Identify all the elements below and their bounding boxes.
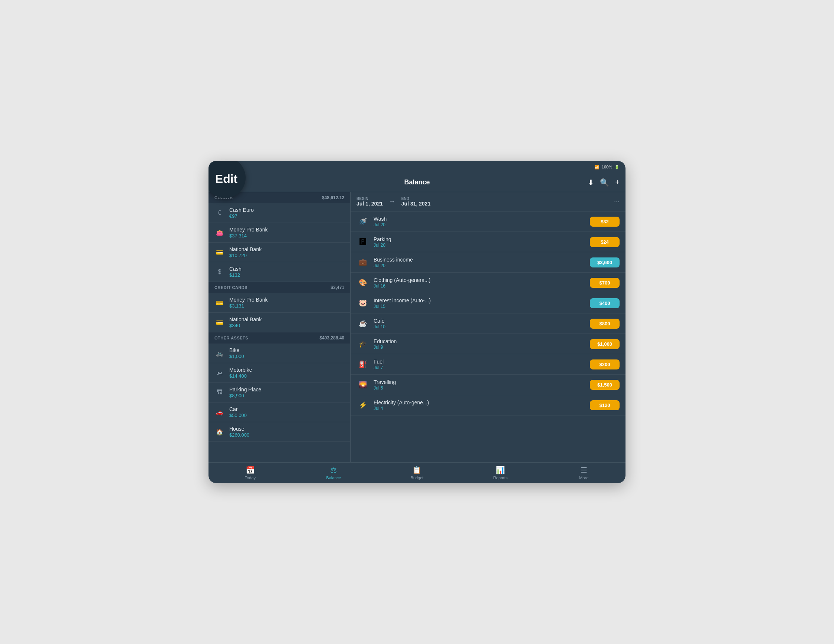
car-info: Car $50,000 xyxy=(229,406,344,418)
end-date-value: Jul 31, 2021 xyxy=(401,201,431,207)
electricity-icon: ⚡ xyxy=(357,399,369,412)
list-item[interactable]: 🚲 Bike $1,000 xyxy=(208,344,350,363)
status-bar: ' 21 📶 100% 🔋 xyxy=(208,161,626,173)
date-range-bar: Begin Jul 1, 2021 → End Jul 31, 2021 ··· xyxy=(351,192,626,211)
list-item[interactable]: 🎓EducationJul 9$1,000 xyxy=(351,334,626,354)
national-bank-info: National Bank $10,720 xyxy=(229,246,344,258)
edit-label: Edit xyxy=(215,172,238,186)
wash-date: Jul 20 xyxy=(373,222,585,228)
date-more-icon[interactable]: ··· xyxy=(614,198,619,205)
list-item[interactable]: € Cash Euro €97 xyxy=(208,203,350,223)
education-amount: $1,000 xyxy=(590,339,619,349)
add-icon[interactable]: + xyxy=(615,178,619,187)
end-label: End xyxy=(401,197,431,201)
education-name: Education xyxy=(373,338,585,344)
clothing-date: Jul 16 xyxy=(373,283,585,289)
cash-euro-balance: €97 xyxy=(229,213,344,219)
list-item[interactable]: ☕CafeJul 10$800 xyxy=(351,313,626,334)
main-content: COUNTS $48,612.12 € Cash Euro €97 👛 Mone… xyxy=(208,192,626,462)
header-title: Balance xyxy=(404,178,430,186)
list-item[interactable]: 💳 National Bank $10,720 xyxy=(208,243,350,262)
travelling-icon: 🌄 xyxy=(357,378,369,391)
education-date: Jul 9 xyxy=(373,345,585,350)
bike-info: Bike $1,000 xyxy=(229,347,344,359)
motorbike-icon: 🏍 xyxy=(215,370,225,376)
nav-balance[interactable]: ⚖ Balance xyxy=(292,463,375,482)
national-bank-balance: $10,720 xyxy=(229,253,344,258)
list-item[interactable]: 💳 Money Pro Bank $3,131 xyxy=(208,293,350,313)
cash-info: Cash $132 xyxy=(229,266,344,278)
interest-income-amount: $400 xyxy=(590,298,619,308)
balance-label: Balance xyxy=(326,476,341,480)
credit-cards-total: $3,471 xyxy=(331,285,344,290)
cc-national-icon: 💳 xyxy=(215,319,225,326)
house-icon: 🏠 xyxy=(215,428,225,436)
budget-label: Budget xyxy=(411,476,423,480)
house-info: House $260,000 xyxy=(229,426,344,438)
begin-label: Begin xyxy=(357,197,383,201)
electricity-info: Electricity (Auto-gene...)Jul 4 xyxy=(373,400,585,411)
money-pro-bank-balance: $37,314 xyxy=(229,233,344,239)
cash-balance: $132 xyxy=(229,272,344,278)
motorbike-balance: $14,400 xyxy=(229,373,344,379)
parking-t-date: Jul 20 xyxy=(373,243,585,248)
begin-date: Begin Jul 1, 2021 xyxy=(357,197,383,207)
wifi-icon: 📶 xyxy=(594,165,600,169)
list-item[interactable]: $ Cash $132 xyxy=(208,262,350,282)
list-item[interactable]: ⛽FuelJul 7$200 xyxy=(351,354,626,374)
list-item[interactable]: ⚡Electricity (Auto-gene...)Jul 4$120 xyxy=(351,395,626,415)
list-item[interactable]: 🎨Clothing (Auto-genera...)Jul 16$700 xyxy=(351,273,626,293)
cafe-amount: $800 xyxy=(590,319,619,329)
motorbike-name: Motorbike xyxy=(229,367,344,373)
right-panel: Begin Jul 1, 2021 → End Jul 31, 2021 ···… xyxy=(351,192,626,462)
begin-date-value: Jul 1, 2021 xyxy=(357,201,383,207)
travelling-amount: $1,500 xyxy=(590,380,619,390)
list-item[interactable]: 🏗 Parking Place $8,900 xyxy=(208,383,350,402)
clothing-amount: $700 xyxy=(590,278,619,288)
nav-today[interactable]: 📅 Today xyxy=(208,463,292,482)
download-icon[interactable]: ⬇ xyxy=(588,178,594,187)
balance-icon: ⚖ xyxy=(330,466,337,475)
list-item[interactable]: 🐷Interest income (Auto-...)Jul 15$400 xyxy=(351,293,626,313)
interest-income-name: Interest income (Auto-...) xyxy=(373,297,585,303)
clothing-info: Clothing (Auto-genera...)Jul 16 xyxy=(373,277,585,289)
business-income-amount: $3,600 xyxy=(590,257,619,268)
cash-euro-icon: € xyxy=(215,210,225,216)
nav-more[interactable]: ☰ More xyxy=(542,463,626,482)
header: Balance ⬇ 🔍 + xyxy=(208,173,626,192)
left-panel: COUNTS $48,612.12 € Cash Euro €97 👛 Mone… xyxy=(208,192,351,462)
national-bank-name: National Bank xyxy=(229,246,344,252)
list-item[interactable]: 🏠 House $260,000 xyxy=(208,422,350,442)
today-icon: 📅 xyxy=(246,466,255,475)
bike-name: Bike xyxy=(229,347,344,353)
education-icon: 🎓 xyxy=(357,337,369,350)
list-item[interactable]: 🚗 Car $50,000 xyxy=(208,402,350,422)
list-item[interactable]: 💳 National Bank $340 xyxy=(208,313,350,332)
bike-balance: $1,000 xyxy=(229,353,344,359)
wash-amount: $32 xyxy=(590,217,619,227)
list-item[interactable]: 🌄TravellingJul 5$1,500 xyxy=(351,374,626,395)
electricity-amount: $120 xyxy=(590,400,619,410)
cc-money-pro-name: Money Pro Bank xyxy=(229,297,344,303)
list-item[interactable]: 🅿ParkingJul 20$24 xyxy=(351,232,626,252)
list-item[interactable]: 🚿WashJul 20$32 xyxy=(351,211,626,232)
wash-icon: 🚿 xyxy=(357,215,369,228)
list-item[interactable]: 👛 Money Pro Bank $37,314 xyxy=(208,223,350,243)
money-pro-bank-name: Money Pro Bank xyxy=(229,227,344,232)
more-label: More xyxy=(579,476,588,480)
search-icon[interactable]: 🔍 xyxy=(600,178,609,187)
nav-budget[interactable]: 📋 Budget xyxy=(375,463,459,482)
motorbike-info: Motorbike $14,400 xyxy=(229,367,344,379)
accounts-total: $48,612.12 xyxy=(322,195,344,200)
list-item[interactable]: 🏍 Motorbike $14,400 xyxy=(208,363,350,383)
cash-icon: $ xyxy=(215,269,225,275)
bottom-nav: 📅 Today ⚖ Balance 📋 Budget 📊 Reports ☰ M… xyxy=(208,462,626,483)
list-item[interactable]: 💼Business incomeJul 20$3,600 xyxy=(351,252,626,273)
device-frame: Edit ' 21 📶 100% 🔋 Balance ⬇ 🔍 + COUNTS … xyxy=(208,161,626,483)
parking-place-info: Parking Place $8,900 xyxy=(229,387,344,399)
fuel-amount: $200 xyxy=(590,360,619,370)
nav-reports[interactable]: 📊 Reports xyxy=(459,463,542,482)
parking-t-name: Parking xyxy=(373,236,585,242)
national-bank-icon: 💳 xyxy=(215,249,225,256)
car-name: Car xyxy=(229,406,344,412)
